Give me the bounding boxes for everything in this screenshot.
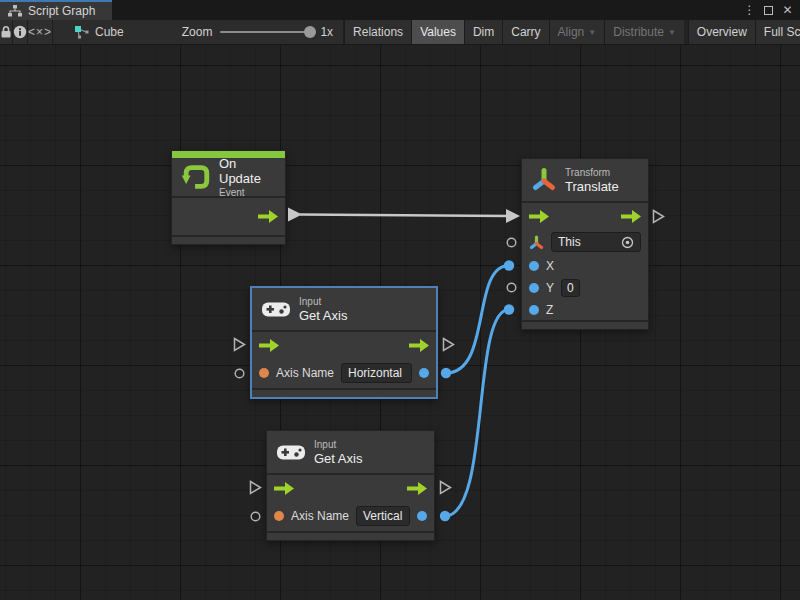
this-external-port[interactable]: [506, 237, 517, 248]
update-loop-icon: [181, 162, 211, 192]
lock-button[interactable]: [0, 20, 13, 44]
gamepad-icon: [276, 443, 306, 462]
flow-output-external-port[interactable]: [439, 480, 452, 495]
y-value-field[interactable]: 0: [561, 279, 580, 297]
node-title: Get Axis: [314, 451, 362, 466]
object-picker-icon[interactable]: [621, 236, 634, 249]
flow-port-row: [267, 475, 434, 501]
tab-bar: Script Graph ⋮ ✕: [0, 0, 800, 20]
graph-hierarchy-icon: [8, 5, 22, 17]
align-dropdown[interactable]: Align ▼: [549, 20, 605, 44]
x-value-port[interactable]: [529, 261, 539, 271]
node-footer: [252, 388, 436, 397]
dim-button[interactable]: Dim: [464, 20, 502, 44]
maximize-icon[interactable]: [760, 1, 777, 19]
axis-name-port[interactable]: [274, 511, 284, 521]
zoom-control: Zoom 1x: [138, 20, 344, 44]
node-footer: [267, 531, 434, 540]
chevron-down-icon: ▼: [588, 28, 596, 37]
flow-input-port[interactable]: [529, 210, 549, 223]
node-subtitle: Input: [299, 295, 347, 308]
window-controls: ⋮ ✕: [741, 0, 800, 20]
axis-name-row: Axis Name Vertical: [267, 501, 434, 531]
node-title: Get Axis: [299, 308, 347, 323]
graph-toolbar: <×> Cube Zoom 1x Relations V: [0, 20, 800, 45]
toolbar-right-buttons: Relations Values Dim Carry Align ▼ Distr…: [344, 20, 800, 44]
axis-name-field[interactable]: Vertical: [356, 506, 410, 526]
axis-name-external-port[interactable]: [250, 511, 261, 522]
y-external-port[interactable]: [506, 282, 517, 293]
tab-title: Script Graph: [28, 4, 95, 18]
flow-output-port[interactable]: [258, 210, 278, 223]
transform-axis-icon: [531, 167, 557, 193]
node-subtitle: Event: [219, 186, 276, 199]
z-value-port[interactable]: [529, 305, 539, 315]
edit-script-button[interactable]: <×>: [28, 20, 53, 44]
flow-port-row: [252, 332, 436, 358]
flow-input-port[interactable]: [259, 339, 279, 352]
node-get-axis-vertical[interactable]: Input Get Axis: [266, 430, 435, 541]
node-header: Input Get Axis: [267, 431, 434, 473]
lock-icon: [0, 25, 12, 39]
tab-script-graph[interactable]: Script Graph: [0, 0, 112, 20]
node-title: On Update: [219, 156, 276, 186]
node-footer: [522, 320, 648, 329]
z-port-row: Z: [522, 299, 648, 320]
zoom-slider[interactable]: [220, 31, 312, 33]
flow-output-external-port[interactable]: [652, 209, 665, 224]
axis-name-label: Axis Name: [276, 366, 334, 380]
info-button[interactable]: [13, 20, 28, 44]
node-translate[interactable]: Transform Translate: [521, 158, 649, 330]
flow-input-port[interactable]: [274, 482, 294, 495]
axis-name-port[interactable]: [259, 368, 269, 378]
full-screen-button[interactable]: Full Screen: [755, 20, 800, 44]
axis-name-external-port[interactable]: [234, 368, 245, 379]
axis-name-field[interactable]: Horizontal: [341, 363, 412, 383]
y-port-label: Y: [546, 281, 554, 295]
flow-input-external-port[interactable]: [249, 480, 262, 495]
flow-output-external-port[interactable]: [442, 337, 455, 352]
relations-button[interactable]: Relations: [344, 20, 411, 44]
axis-name-label: Axis Name: [291, 509, 349, 523]
gamepad-icon: [261, 300, 291, 319]
flow-input-external-port[interactable]: [233, 337, 246, 352]
node-footer: [172, 235, 285, 244]
this-object-field[interactable]: This: [551, 232, 641, 252]
graph-canvas[interactable]: On Update Event: [0, 45, 800, 600]
zoom-label: Zoom: [182, 25, 213, 39]
chevron-down-icon: ▼: [668, 28, 676, 37]
values-button[interactable]: Values: [411, 20, 464, 44]
node-subtitle: Input: [314, 438, 362, 451]
overview-button[interactable]: Overview: [688, 20, 755, 44]
wire-horizontal-to-x[interactable]: [441, 260, 514, 378]
carry-button[interactable]: Carry: [502, 20, 548, 44]
window-menu-icon[interactable]: ⋮: [741, 1, 758, 19]
node-get-axis-horizontal[interactable]: Input Get Axis: [250, 286, 438, 399]
graph-node-icon: [75, 26, 89, 39]
axis-value-output-port[interactable]: [419, 368, 429, 378]
graph-reference[interactable]: Cube: [53, 20, 138, 44]
transform-mini-icon: [529, 235, 544, 250]
flow-output-port[interactable]: [409, 339, 429, 352]
node-title: Translate: [565, 179, 619, 194]
script-graph-window: Script Graph ⋮ ✕: [0, 0, 800, 600]
close-icon[interactable]: ✕: [779, 1, 796, 19]
x-port-row: X: [522, 255, 648, 276]
flow-output-port[interactable]: [621, 210, 641, 223]
y-port-row: Y 0: [522, 276, 648, 299]
graph-name: Cube: [95, 25, 124, 39]
y-value-port[interactable]: [529, 283, 539, 293]
node-on-update[interactable]: On Update Event: [171, 150, 286, 245]
z-port-label: Z: [546, 303, 553, 317]
wire-on-update-to-translate[interactable]: [288, 208, 520, 224]
node-subtitle: Transform: [565, 166, 619, 179]
axis-value-output-port[interactable]: [417, 511, 427, 521]
flow-output-port[interactable]: [407, 482, 427, 495]
node-header: Input Get Axis: [252, 288, 436, 330]
distribute-dropdown[interactable]: Distribute ▼: [604, 20, 684, 44]
zoom-slider-handle[interactable]: [304, 26, 316, 38]
zoom-value: 1x: [320, 25, 333, 39]
this-port-row: This: [522, 229, 648, 255]
node-header: Transform Translate: [522, 159, 648, 201]
info-icon: [13, 25, 27, 39]
